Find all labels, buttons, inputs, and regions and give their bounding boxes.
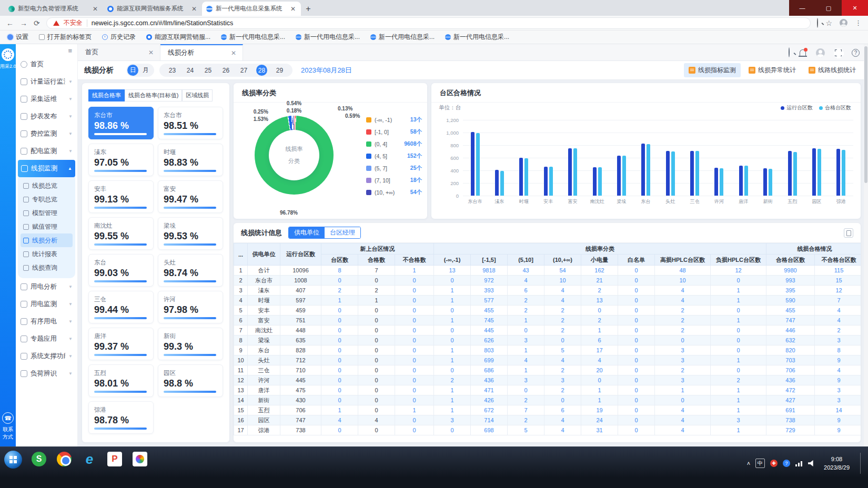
pass-rate-card[interactable]: 时堰98.83 %	[158, 144, 223, 176]
table-toggle[interactable]: 台区经理	[325, 227, 360, 238]
day-pill[interactable]: 26	[220, 65, 231, 76]
sidebar-item[interactable]: 计量运行监测▼	[16, 73, 77, 90]
sidebar-item[interactable]: 费控监测▼	[16, 125, 77, 143]
sidebar-item[interactable]: 用电监测▼	[16, 296, 77, 313]
pass-rate-card[interactable]: 唐洋99.37 %	[88, 328, 154, 360]
card-tab[interactable]: 线损合格率(目标值)	[125, 89, 182, 101]
donut-legend-item[interactable]: (10, +∞)54个	[366, 186, 422, 198]
pass-rate-card[interactable]: 园区98.8 %	[158, 364, 223, 397]
bookmark-item[interactable]: 设置	[7, 33, 28, 42]
table-row[interactable]: 5安丰45900004552200204554	[234, 306, 861, 316]
table-row[interactable]: 15五烈7061011672761904169114	[234, 405, 861, 415]
tab-close-icon[interactable]: ✕	[190, 5, 198, 13]
network-icon[interactable]	[795, 461, 803, 466]
window-maximize-button[interactable]: ▢	[815, 0, 842, 16]
browser-tab[interactable]: 能源互联网营销服务系统✕	[103, 2, 202, 16]
tray-expand-icon[interactable]: ˄	[747, 460, 750, 466]
table-row[interactable]: 16园区747440371424240437389	[234, 415, 861, 425]
sidebar-subitem[interactable]: 模型管理	[18, 206, 75, 220]
table-row[interactable]: 8梁垛63500006263060006323	[234, 336, 861, 345]
bookmark-item[interactable]: 打开新的标签页	[39, 33, 92, 42]
taskbar-app-ie[interactable]: e	[81, 451, 98, 467]
zoom-icon[interactable]	[817, 18, 818, 28]
donut-legend-item[interactable]: (5, 7]25个	[366, 162, 422, 174]
security-warning-label[interactable]: 不安全	[64, 18, 83, 27]
pass-rate-card[interactable]: 新街99.3 %	[158, 328, 223, 360]
pass-rate-card[interactable]: 头灶98.74 %	[158, 254, 223, 287]
window-close-button[interactable]: ✕	[842, 0, 868, 16]
donut-legend-item[interactable]: (4, 5]152个	[366, 150, 422, 162]
browser-tab[interactable]: 新型电力负荷管理系统✕	[4, 2, 103, 16]
sidebar-item[interactable]: 用电分析▼	[16, 278, 77, 296]
bookmark-item[interactable]: 新一代用电信息采...	[445, 33, 509, 42]
table-row[interactable]: 14新街43000014262010014273	[234, 395, 861, 405]
pass-rate-card[interactable]: 南沈灶99.55 %	[88, 217, 154, 250]
help-tray-icon[interactable]: ?	[783, 460, 790, 467]
sidebar-subitem[interactable]: 赋值管理	[18, 220, 75, 233]
table-row[interactable]: 10头灶71200016994440317039	[234, 355, 861, 365]
page-tab[interactable]: 线损分析✕	[160, 44, 243, 60]
table-row[interactable]: 4时堰597110157724130415907	[234, 296, 861, 306]
bookmark-star-icon[interactable]: ☆	[825, 19, 832, 27]
search-icon[interactable]	[789, 47, 790, 57]
taskbar-clock[interactable]: 9:08 2023/8/29	[820, 455, 854, 472]
taskbar-app-presentation[interactable]: P	[106, 451, 123, 467]
sidebar-item[interactable]: 采集运维▼	[16, 90, 77, 108]
view-button[interactable]: 线损异常统计	[744, 63, 801, 77]
fullscreen-icon[interactable]	[835, 49, 842, 56]
day-pill[interactable]: 28	[256, 65, 267, 76]
pass-rate-card[interactable]: 三仓99.44 %	[88, 291, 154, 323]
show-desktop-button[interactable]	[860, 453, 864, 474]
bookmark-item[interactable]: 新一代用电信息采...	[370, 33, 435, 42]
omnibox[interactable]: 不安全 neweic.js.sgcc.com.cn/#/llm/line/Sta…	[46, 17, 811, 29]
table-toggle[interactable]: 供电单位	[289, 227, 325, 238]
sidebar-item[interactable]: 负荷辨识▼	[16, 365, 77, 382]
table-row[interactable]: 11三仓710000068612200207064	[234, 365, 861, 375]
browser-tab[interactable]: 新一代用电信息采集系统✕	[202, 2, 301, 16]
bookmark-item[interactable]: 新一代用电信息采...	[296, 33, 360, 42]
taskbar-app-s[interactable]: S	[31, 451, 47, 467]
pass-rate-card[interactable]: 五烈98.01 %	[88, 364, 154, 397]
day-pill[interactable]: 24	[185, 65, 196, 76]
notification-bell-icon[interactable]	[800, 49, 806, 56]
browser-menu-icon[interactable]: ⋮	[855, 19, 862, 27]
donut-legend-item[interactable]: (-∞, -1)13个	[366, 114, 422, 126]
table-row[interactable]: 2东台市1008000097241021010099315	[234, 276, 861, 286]
bar-legend-item[interactable]: 运行台区数	[781, 104, 813, 111]
security-tray-icon[interactable]: ✚	[770, 460, 778, 467]
view-button[interactable]: 线损指标监测	[684, 63, 741, 77]
pass-rate-card[interactable]: 东台市98.86 %	[88, 107, 154, 139]
toggle-day-option[interactable]: 日	[127, 65, 138, 76]
pass-rate-card[interactable]: 安丰99.13 %	[88, 180, 154, 213]
day-pill[interactable]: 25	[203, 65, 214, 76]
app-scrollbar-thumb[interactable]	[864, 46, 867, 183]
browser-profile-icon[interactable]	[840, 19, 847, 27]
day-month-toggle[interactable]: 日 月	[126, 64, 154, 77]
sidebar-item[interactable]: 线损监测▲	[18, 160, 75, 177]
start-button[interactable]	[4, 451, 22, 469]
page-tab-close-icon[interactable]: ✕	[231, 49, 236, 57]
input-language-icon[interactable]: 中	[755, 459, 765, 468]
bookmark-item[interactable]: 历史记录	[102, 33, 136, 42]
table-row[interactable]: 13唐洋47500014710210114723	[234, 385, 861, 395]
toggle-month-option[interactable]: 月	[138, 66, 153, 75]
table-row[interactable]: 12许河44500024363300324369	[234, 375, 861, 385]
card-tab[interactable]: 线损合格率	[88, 89, 125, 101]
sidebar-item[interactable]: 抄表发布▼	[16, 108, 77, 125]
donut-legend-item[interactable]: (7, 10]18个	[366, 174, 422, 186]
forward-icon[interactable]: →	[20, 19, 27, 27]
pass-rate-card[interactable]: 溱东97.05 %	[88, 144, 154, 176]
pass-rate-card[interactable]: 许河97.98 %	[158, 291, 223, 323]
sidebar-collapse-icon[interactable]: ≡	[16, 44, 77, 56]
table-row[interactable]: 1合计100968711398184354162048129980115	[234, 266, 861, 276]
taskbar-app-chrome[interactable]	[56, 451, 73, 467]
pass-rate-card[interactable]: 东台99.03 %	[88, 254, 154, 287]
table-row[interactable]: 3溱东407220139364204139512	[234, 286, 861, 296]
tab-close-icon[interactable]: ✕	[289, 5, 297, 13]
sidebar-subitem[interactable]: 统计报表	[18, 247, 75, 261]
pass-rate-card[interactable]: 东台市98.51 %	[158, 107, 223, 139]
reload-icon[interactable]: ⟳	[34, 19, 40, 27]
bookmark-item[interactable]: 能源互联网营销服...	[146, 33, 210, 42]
pass-rate-card[interactable]: 富安99.47 %	[158, 180, 223, 213]
donut-legend-item[interactable]: [-1, 0]58个	[366, 126, 422, 138]
